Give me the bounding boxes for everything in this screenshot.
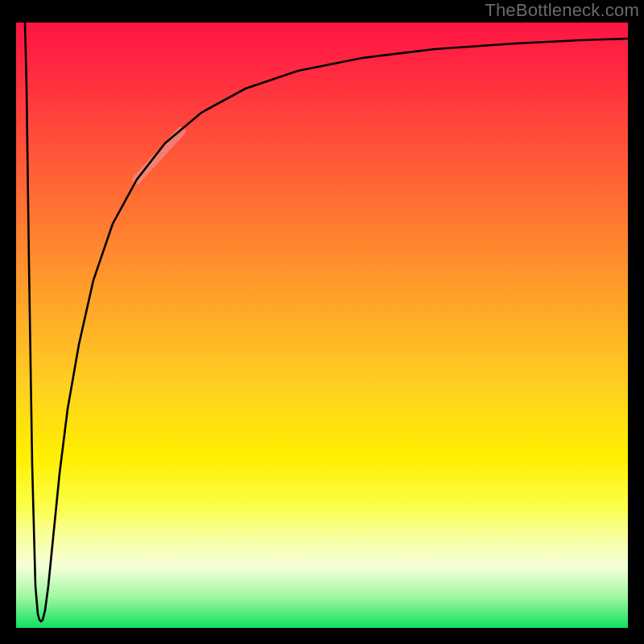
curve-layer	[16, 23, 628, 628]
plot-area	[16, 23, 628, 628]
chart-frame: TheBottleneck.com	[0, 0, 644, 644]
bottleneck-curve	[25, 23, 628, 621]
watermark-text: TheBottleneck.com	[485, 0, 639, 21]
